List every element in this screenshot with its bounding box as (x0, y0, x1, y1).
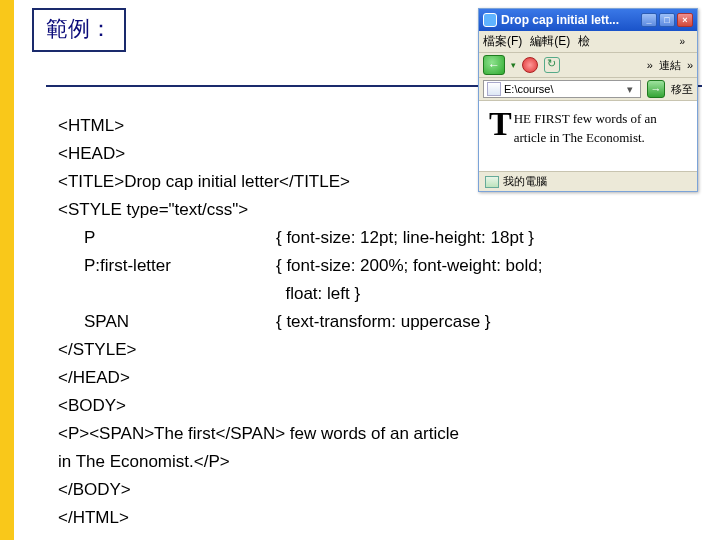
decl-pfl2: float: left } (276, 284, 360, 303)
close-button[interactable]: × (677, 13, 693, 27)
address-text: E:\course\ (504, 83, 623, 95)
minimize-button[interactable]: _ (641, 13, 657, 27)
menu-view[interactable]: 檢 (578, 33, 590, 50)
code-line: <HEAD> (58, 140, 696, 168)
refresh-button[interactable] (544, 57, 560, 73)
links-label[interactable]: 連結 (659, 58, 681, 73)
code-line: </STYLE> (58, 336, 696, 364)
window-title: Drop cap initial lett... (501, 13, 619, 27)
menu-overflow-chevron[interactable]: » (679, 36, 685, 47)
code-line: <STYLE type="text/css"> (58, 196, 696, 224)
code-line: <BODY> (58, 392, 696, 420)
menu-file[interactable]: 檔案(F) (483, 33, 522, 50)
selector-p: P (58, 224, 276, 252)
maximize-button[interactable]: □ (659, 13, 675, 27)
selector-p-first-letter: P:first-letter (58, 252, 276, 280)
code-line: </HTML> (58, 504, 696, 532)
go-label: 移至 (671, 82, 693, 97)
window-buttons: _ □ × (641, 13, 693, 27)
decl-pfl1: { font-size: 200%; font-weight: bold; (276, 256, 543, 275)
links-overflow-chevron[interactable]: » (687, 59, 693, 71)
selector-span: SPAN (58, 308, 276, 336)
code-line: <TITLE>Drop cap initial letter</TITLE> (58, 168, 696, 196)
decl-p: { font-size: 12pt; line-height: 18pt } (276, 228, 534, 247)
code-line: <HTML> (58, 112, 696, 140)
go-button[interactable] (647, 80, 665, 98)
code-line: float: left } (58, 280, 696, 308)
code-line: <P><SPAN>The first</SPAN> few words of a… (58, 420, 696, 448)
code-line: in The Economist.</P> (58, 448, 696, 476)
code-line: SPAN{ text-transform: uppercase } (58, 308, 696, 336)
nav-overflow-chevron[interactable]: » (647, 59, 653, 71)
example-label-box: 範例： (32, 8, 126, 52)
slide: 範例： Drop cap initial lett... _ □ × 檔案(F)… (0, 0, 720, 540)
address-toolbar: E:\course\ ▾ 移至 (479, 78, 697, 101)
address-box[interactable]: E:\course\ ▾ (483, 80, 641, 98)
ie-icon (483, 13, 497, 27)
address-dropdown-icon[interactable]: ▾ (623, 83, 637, 96)
code-line: P{ font-size: 12pt; line-height: 18pt } (58, 224, 696, 252)
example-label: 範例： (46, 16, 112, 41)
code-line: </HEAD> (58, 364, 696, 392)
code-line: </BODY> (58, 476, 696, 504)
menu-edit[interactable]: 編輯(E) (530, 33, 570, 50)
nav-toolbar: ▾ » 連結 » (479, 53, 697, 78)
menubar: 檔案(F) 編輯(E) 檢 » (479, 31, 697, 53)
back-dropdown-icon[interactable]: ▾ (511, 60, 516, 70)
back-button[interactable] (483, 55, 505, 75)
stop-button[interactable] (522, 57, 538, 73)
decl-span: { text-transform: uppercase } (276, 312, 491, 331)
page-icon (487, 82, 501, 96)
titlebar: Drop cap initial lett... _ □ × (479, 9, 697, 31)
code-listing: <HTML> <HEAD> <TITLE>Drop cap initial le… (58, 112, 696, 532)
code-line: P:first-letter{ font-size: 200%; font-we… (58, 252, 696, 280)
